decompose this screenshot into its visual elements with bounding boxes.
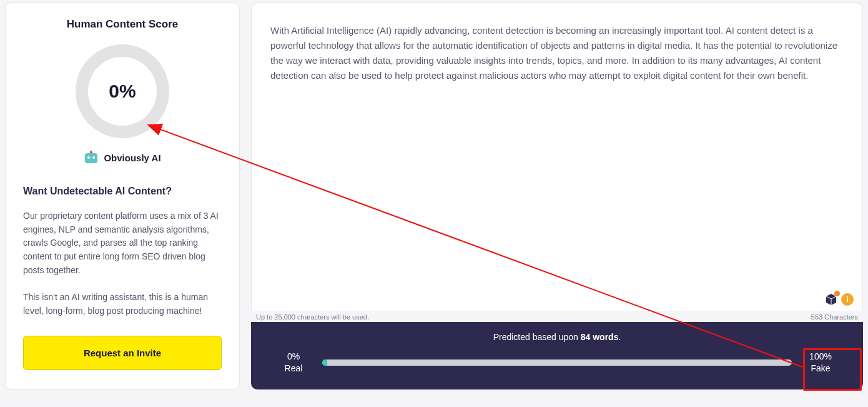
real-end-label: 0% Real	[276, 351, 311, 374]
score-card: Human Content Score 0% Obviously AI Want…	[5, 3, 240, 389]
prediction-word-count: 84 words	[581, 332, 619, 342]
content-editor[interactable]: With Artificial Intelligence (AI) rapidl…	[251, 3, 863, 311]
undetectable-heading: Want Undetectable AI Content?	[23, 186, 222, 197]
score-percent: 0%	[109, 81, 136, 102]
fake-percent: 100%	[803, 351, 838, 363]
score-title: Human Content Score	[23, 18, 222, 31]
score-verdict: Obviously AI	[23, 151, 222, 164]
score-gauge: 0%	[23, 44, 222, 138]
char-count: 553 Characters	[811, 313, 858, 321]
fake-end-label: 100% Fake	[803, 351, 838, 374]
editor-side-icons: i	[825, 293, 854, 306]
editor-text: With Artificial Intelligence (AI) rapidl…	[270, 23, 844, 83]
robot-icon	[84, 151, 99, 164]
prediction-prefix: Predicted based upon	[493, 332, 581, 342]
score-verdict-label: Obviously AI	[104, 153, 160, 163]
meta-row: Up to 25,000 characters will be used. 55…	[251, 311, 863, 322]
undetectable-p2: This isn't an AI writing assistant, this…	[23, 291, 222, 318]
real-label: Real	[276, 363, 311, 374]
prediction-suffix: .	[618, 332, 621, 342]
real-percent: 0%	[276, 351, 311, 363]
request-invite-button[interactable]: Request an Invite	[23, 336, 222, 370]
prediction-bar-row: 0% Real 100% Fake	[276, 351, 838, 374]
prediction-bar: Predicted based upon 84 words. 0% Real 1…	[251, 322, 863, 389]
prediction-track-fill	[322, 359, 327, 366]
notification-dot-icon	[834, 291, 840, 296]
settings-cube-icon[interactable]	[825, 293, 837, 306]
prediction-text: Predicted based upon 84 words.	[276, 332, 838, 342]
analysis-panel: With Artificial Intelligence (AI) rapidl…	[251, 3, 863, 389]
char-limit-note: Up to 25,000 characters will be used.	[256, 313, 369, 321]
fake-label: Fake	[803, 363, 838, 374]
info-icon[interactable]: i	[841, 293, 854, 306]
undetectable-p1: Our proprietary content platform uses a …	[23, 209, 222, 277]
prediction-track	[322, 359, 792, 366]
